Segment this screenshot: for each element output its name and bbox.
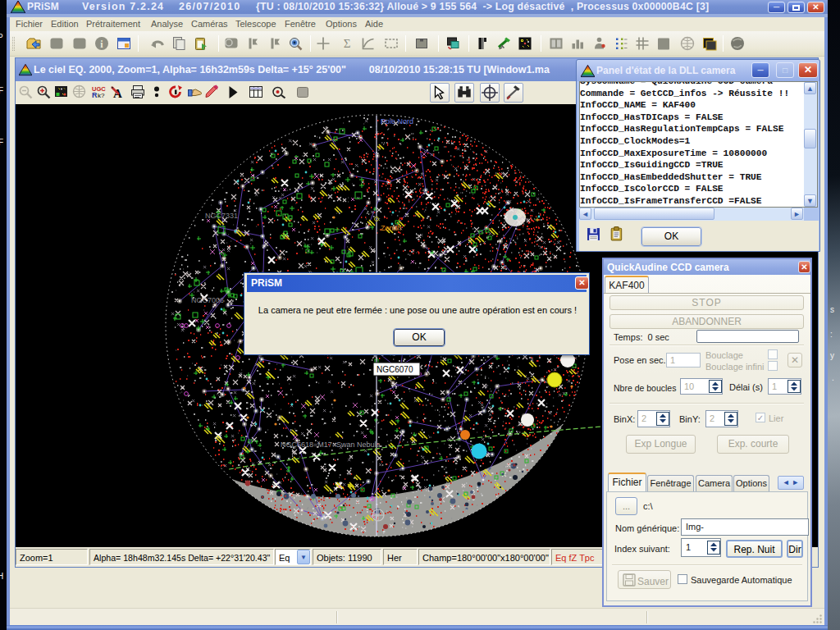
svg-text:Zenith: Zenith (381, 224, 401, 232)
svg-text:Σ: Σ (344, 37, 351, 50)
svg-text:R: R (92, 91, 98, 99)
svg-text:NGC6618=M17=Swan Nebula: NGC6618=M17=Swan Nebula (281, 441, 381, 449)
svg-text:NGC6070: NGC6070 (377, 365, 413, 374)
svg-text:NGC7331: NGC7331 (205, 212, 238, 220)
svg-text:k?: k? (98, 92, 105, 99)
svg-text:NGC7006: NGC7006 (191, 296, 224, 304)
svg-text:Pole Nord: Pole Nord (381, 117, 413, 126)
